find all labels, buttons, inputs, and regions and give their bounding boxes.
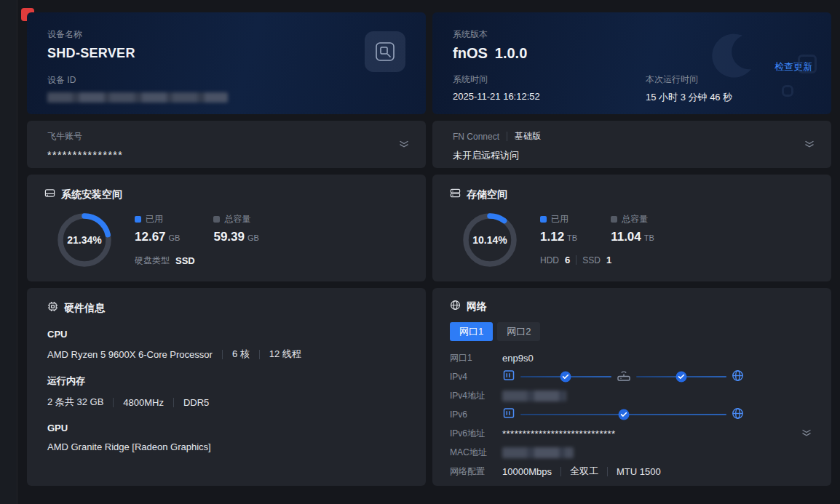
storage-stack-icon <box>450 188 461 201</box>
disk-icon <box>44 188 55 201</box>
collapsed-sidebar <box>0 0 17 504</box>
hardware-title: 硬件信息 <box>64 302 105 315</box>
divider <box>222 350 223 359</box>
hardware-info-card: 硬件信息 CPU AMD Ryzen 5 9600X 6-Core Proces… <box>27 288 426 486</box>
internet-globe-icon <box>732 407 744 423</box>
cpu-threads: 12 线程 <box>269 348 301 361</box>
total-label: 总容量 <box>622 213 648 225</box>
used-legend-swatch <box>135 216 141 223</box>
system-space-title: 系统安装空间 <box>61 188 122 201</box>
device-id-label: 设备 ID <box>47 74 405 87</box>
used-unit: GB <box>169 233 181 242</box>
storage-space-card: 存储空间 10.14% 已用 1.12TB <box>432 175 831 281</box>
fn-connect-label: FN Connect <box>453 132 499 142</box>
divider <box>113 398 114 407</box>
ram-size: 2 条共 32 GB <box>47 396 103 409</box>
gpu-section-label: GPU <box>47 423 405 433</box>
port-value: enp9s0 <box>502 353 534 364</box>
network-config-label: 网络配置 <box>450 465 502 478</box>
connect-collapse-chevron-icon[interactable] <box>804 138 815 151</box>
crescent-moon-decoration <box>710 31 753 79</box>
divider <box>576 255 576 265</box>
device-id-redacted <box>47 92 228 103</box>
system-space-card: 系统安装空间 21.34% 已用 12.67GB <box>27 175 426 281</box>
used-label: 已用 <box>551 213 568 225</box>
decorative-square <box>798 55 817 73</box>
decorative-square <box>782 85 793 97</box>
ram-speed: 4800MHz <box>123 397 164 408</box>
storage-space-donut: 10.14% <box>461 212 518 268</box>
total-value: 11.04 <box>611 230 641 244</box>
divider <box>560 467 561 476</box>
check-circle-icon <box>618 409 629 420</box>
globe-icon <box>450 300 461 313</box>
computer-icon <box>502 369 515 385</box>
ipv6-label: IPv6 <box>450 409 502 420</box>
mac-address-redacted <box>502 447 574 458</box>
router-icon <box>617 369 631 385</box>
total-unit: TB <box>644 233 654 242</box>
account-label: 飞牛账号 <box>47 130 405 143</box>
used-value: 12.67 <box>135 230 166 244</box>
remote-access-status: 未开启远程访问 <box>453 149 811 162</box>
used-label: 已用 <box>146 213 163 225</box>
disk-type-label: 硬盘类型 <box>135 255 170 267</box>
os-name: fnOS <box>453 45 488 62</box>
internet-globe-icon <box>732 369 744 385</box>
gpu-model: AMD Granite Ridge [Radeon Graphics] <box>47 441 211 452</box>
disk-type-value: SSD <box>175 255 195 266</box>
account-collapse-chevron-icon[interactable] <box>398 138 410 151</box>
system-space-donut: 21.34% <box>56 212 113 268</box>
divider <box>173 398 174 407</box>
cpu-section-label: CPU <box>47 329 405 340</box>
system-space-percent: 21.34% <box>56 212 113 268</box>
ipv6-collapse-chevron-icon[interactable] <box>801 427 812 440</box>
nas-device-icon <box>365 31 405 72</box>
mac-address-label: MAC地址 <box>450 447 502 459</box>
ipv6-address-masked: **************************** <box>502 428 616 439</box>
device-name: SHD-SERVER <box>47 46 405 61</box>
total-value: 59.39 <box>213 230 245 244</box>
ssd-label: SSD <box>582 255 601 265</box>
chip-icon <box>47 301 58 315</box>
network-title: 网络 <box>467 300 487 313</box>
uptime-value: 15 小时 3 分钟 46 秒 <box>646 91 732 104</box>
check-circle-icon <box>560 372 571 383</box>
total-label: 总容量 <box>224 213 250 225</box>
network-card: 网络 网口1 网口2 网口1 enp9s0 IPv4 <box>432 288 831 486</box>
divider <box>259 350 260 359</box>
hdd-count: 6 <box>565 255 570 265</box>
cpu-cores: 6 核 <box>232 348 250 361</box>
divider <box>607 467 608 476</box>
edition-badge: 基础版 <box>515 130 541 143</box>
ipv4-address-redacted <box>502 391 566 401</box>
ipv6-connectivity-diagram <box>502 407 744 423</box>
version-label: 系统版本 <box>453 28 811 41</box>
account-masked-value: *************** <box>47 149 405 161</box>
duplex-mode: 全双工 <box>570 465 598 478</box>
tab-port1[interactable]: 网口1 <box>450 322 493 341</box>
tab-port2[interactable]: 网口2 <box>497 322 540 341</box>
ipv4-connectivity-diagram <box>502 369 744 385</box>
cpu-model: AMD Ryzen 5 9600X 6-Core Processor <box>47 349 213 360</box>
os-version: 1.0.0 <box>495 45 527 62</box>
ssd-count: 1 <box>606 255 611 265</box>
link-speed: 10000Mbps <box>502 466 552 477</box>
mtu-value: MTU 1500 <box>617 466 661 477</box>
total-unit: GB <box>247 233 259 242</box>
device-name-label: 设备名称 <box>47 28 405 41</box>
system-version-card: 系统版本 fnOS 1.0.0 检查更新 系统时间 2025-11-21 16:… <box>432 12 831 114</box>
connection-line <box>636 376 727 377</box>
connection-line <box>520 376 611 377</box>
fn-connect-card: FN Connect 基础版 未开启远程访问 <box>432 121 831 168</box>
used-unit: TB <box>567 233 577 242</box>
device-card: 设备名称 SHD-SERVER 设备 ID <box>27 12 426 114</box>
divider <box>507 132 507 141</box>
check-circle-icon <box>675 372 686 383</box>
ram-type: DDR5 <box>183 397 209 408</box>
total-legend-swatch <box>611 216 617 223</box>
storage-space-percent: 10.14% <box>461 212 518 268</box>
system-time-value: 2025-11-21 16:12:52 <box>453 91 646 102</box>
used-value: 1.12 <box>540 230 564 244</box>
total-legend-swatch <box>213 216 220 223</box>
